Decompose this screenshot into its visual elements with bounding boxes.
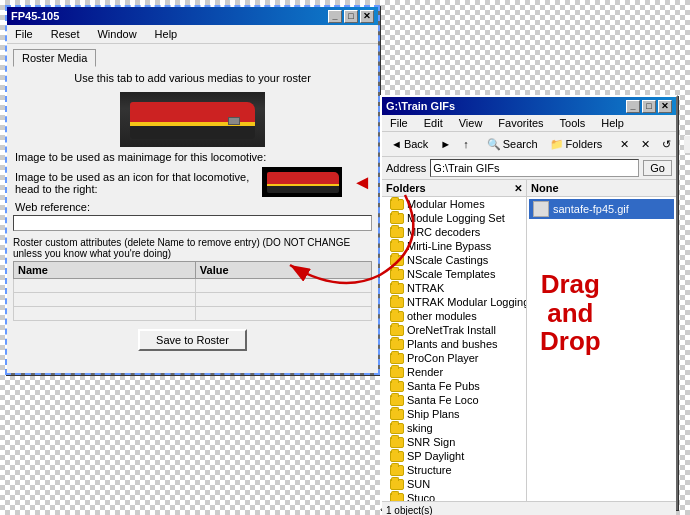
explorer-statusbar: 1 object(s) [382,501,676,515]
table-cell-value[interactable] [195,307,371,321]
tree-item[interactable]: MRC decoders [382,225,526,239]
main-image-label: Image to be used as mainimage for this l… [15,151,372,163]
main-title: FP45-105 [11,10,59,22]
file-icon [533,201,549,217]
address-label: Address [386,162,426,174]
forward-button[interactable]: ► [435,136,456,152]
tree-item[interactable]: SUN [382,477,526,491]
tree-item[interactable]: Mirti-Line Bypass [382,239,526,253]
tree-item[interactable]: Ship Plans [382,407,526,421]
main-menubar: File Reset Window Help [7,25,378,44]
tree-item[interactable]: Santa Fe Loco [382,393,526,407]
address-input[interactable] [430,159,639,177]
status-text: 1 object(s) [386,505,433,515]
folder-icon [390,213,404,224]
tree-item[interactable]: NTRAK [382,281,526,295]
tree-item[interactable]: OreNetTrak Install [382,323,526,337]
tree-item[interactable]: Modular Homes [382,197,526,211]
search-icon: 🔍 [487,138,501,151]
tree-close-button[interactable]: ✕ [514,183,522,194]
web-ref-input[interactable] [13,215,372,231]
exp-menu-file[interactable]: File [386,116,412,130]
exp-menu-tools[interactable]: Tools [556,116,590,130]
table-cell-value[interactable] [195,293,371,307]
menu-reset[interactable]: Reset [47,27,84,41]
name-col-header: Name [14,262,196,279]
table-row [14,279,372,293]
icon-loco-image[interactable] [262,167,342,197]
tree-item[interactable]: NTRAK Modular Logging [382,295,526,309]
file-item[interactable]: santafe-fp45.gif [529,199,674,219]
folder-icon [390,199,404,210]
table-cell-name[interactable] [14,293,196,307]
folder-icon [390,325,404,336]
folders-button[interactable]: 📁 Folders [545,136,608,153]
tree-item[interactable]: SNR Sign [382,435,526,449]
folder-icon [390,451,404,462]
menu-help[interactable]: Help [151,27,182,41]
explorer-title: G:\Train GIFs [386,100,455,112]
folder-icon [390,255,404,266]
explorer-maximize-button[interactable]: □ [642,100,656,113]
custom-attrs-section: Roster custom attributes (delete Name to… [13,237,372,321]
folder-icon [390,269,404,280]
up-button[interactable]: ↑ [458,136,474,152]
tree-item[interactable]: Module Logging Set [382,211,526,225]
folder-tree[interactable]: Folders ✕ Modular HomesModule Logging Se… [382,180,527,501]
tree-item[interactable]: Plants and bushes [382,337,526,351]
delete-button[interactable]: ✕ [615,136,634,153]
move-button[interactable]: ✕ [636,136,655,153]
explorer-window: G:\Train GIFs _ □ ✕ File Edit View Favor… [380,95,678,510]
refresh-button[interactable]: ↺ [657,136,676,153]
instruction-text: Use this tab to add various medias to yo… [13,72,372,84]
web-ref-section: Web reference: [13,201,372,231]
table-row [14,293,372,307]
tab-roster-media[interactable]: Roster Media [13,49,96,67]
web-ref-label: Web reference: [15,201,372,213]
attrs-table: Name Value [13,261,372,321]
table-cell-name[interactable] [14,279,196,293]
explorer-minimize-button[interactable]: _ [626,100,640,113]
exp-menu-edit[interactable]: Edit [420,116,447,130]
value-col-header: Value [195,262,371,279]
folder-icon [390,367,404,378]
main-window: FP45-105 _ □ ✕ File Reset Window Help Ro… [5,5,380,375]
minimize-button[interactable]: _ [328,10,342,23]
table-cell-name[interactable] [14,307,196,321]
table-row [14,307,372,321]
folder-icon [390,227,404,238]
close-button[interactable]: ✕ [360,10,374,23]
go-button[interactable]: Go [643,160,672,176]
tree-item[interactable]: NScale Castings [382,253,526,267]
tree-item[interactable]: other modules [382,309,526,323]
views-button[interactable]: ▦ [684,136,690,153]
explorer-menubar: File Edit View Favorites Tools Help [382,115,676,132]
tree-item[interactable]: NScale Templates [382,267,526,281]
icon-image-label: Image to be used as an icon for that loc… [15,171,252,195]
explorer-close-button[interactable]: ✕ [658,100,672,113]
folder-icon [390,465,404,476]
exp-menu-favorites[interactable]: Favorites [494,116,547,130]
main-loco-image[interactable] [120,92,265,147]
table-cell-value[interactable] [195,279,371,293]
menu-file[interactable]: File [11,27,37,41]
tree-item[interactable]: sking [382,421,526,435]
exp-menu-view[interactable]: View [455,116,487,130]
folder-icon [390,423,404,434]
tree-item[interactable]: Render [382,365,526,379]
tree-item[interactable]: ProCon Player [382,351,526,365]
tree-item[interactable]: SP Daylight [382,449,526,463]
search-button[interactable]: 🔍 Search [482,136,543,153]
maximize-button[interactable]: □ [344,10,358,23]
tree-item[interactable]: Santa Fe Pubs [382,379,526,393]
back-button[interactable]: ◄ Back [386,136,433,152]
tree-item[interactable]: Stuco [382,491,526,501]
right-panel-content[interactable]: santafe-fp45.gif [527,197,676,501]
save-to-roster-button[interactable]: Save to Roster [138,329,247,351]
tree-item[interactable]: Structure [382,463,526,477]
folders-icon: 📁 [550,138,564,151]
folder-icon [390,437,404,448]
exp-menu-help[interactable]: Help [597,116,628,130]
right-panel: None santafe-fp45.gif [527,180,676,501]
menu-window[interactable]: Window [93,27,140,41]
